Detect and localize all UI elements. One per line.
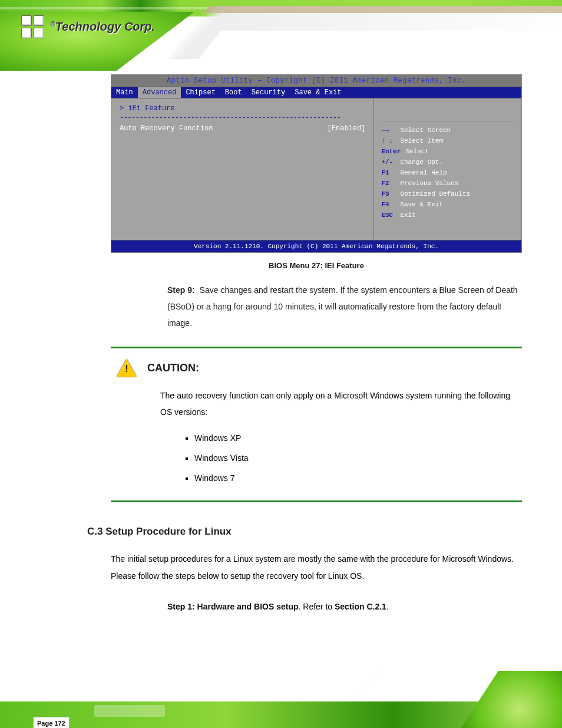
nav-key-ud: ↑ ↓ bbox=[381, 137, 395, 146]
nav-key-f3: F3 bbox=[381, 190, 395, 199]
step-mid: . Refer to bbox=[299, 602, 335, 611]
nav-desc: Save & Exit bbox=[400, 200, 443, 210]
step-end: . bbox=[386, 602, 389, 611]
nav-desc: Select bbox=[405, 147, 429, 157]
nav-key-lr: ←→ bbox=[381, 126, 395, 136]
bios-option-label: Auto Recovery Function bbox=[120, 124, 213, 133]
body-paragraph: The initial setup procedures for a Linux… bbox=[111, 551, 522, 584]
step-text: Save changes and restart the system. If … bbox=[167, 285, 518, 328]
bios-tab-main: Main bbox=[111, 87, 138, 98]
bios-divider: ----------------------------------------… bbox=[120, 114, 365, 122]
nav-key-f4: F4 bbox=[381, 200, 395, 210]
bios-tab-security: Security bbox=[247, 87, 290, 98]
os-item: Windows XP bbox=[194, 430, 510, 446]
bios-tabs: Main Advanced Chipset Boot Security Save… bbox=[111, 87, 521, 98]
nav-desc: Previous Values bbox=[400, 179, 458, 189]
os-item: Windows 7 bbox=[194, 470, 510, 486]
caution-label: CAUTION: bbox=[147, 362, 199, 374]
nav-desc: Select Item bbox=[400, 137, 443, 146]
nav-key-f1: F1 bbox=[381, 169, 395, 178]
bios-option-row: Auto Recovery Function [Enabled] bbox=[120, 124, 365, 133]
logo: ®Technology Corp. bbox=[21, 15, 155, 38]
os-list: Windows XP Windows Vista Windows 7 bbox=[194, 430, 510, 486]
bios-left-pane: > iEi Feature --------------------------… bbox=[111, 98, 374, 240]
caution-box: ! CAUTION: The auto recovery function ca… bbox=[111, 347, 522, 502]
step-1: Step 1: Hardware and BIOS setup. Refer t… bbox=[167, 598, 522, 615]
warning-icon: ! bbox=[117, 359, 137, 377]
step-ref: Section C.2.1 bbox=[335, 602, 386, 611]
os-item: Windows Vista bbox=[194, 450, 510, 466]
nav-key-pm: +/- bbox=[381, 158, 395, 167]
logo-text: ®Technology Corp. bbox=[50, 20, 155, 34]
bios-option-value: [Enabled] bbox=[328, 124, 366, 133]
footer-corner bbox=[456, 671, 562, 728]
logo-mark bbox=[21, 15, 44, 38]
nav-desc: Exit bbox=[400, 211, 415, 220]
bios-right-pane: ←→Select Screen ↑ ↓Select Item EnterSele… bbox=[374, 98, 521, 240]
nav-key-f2: F2 bbox=[381, 179, 395, 189]
nav-desc: Optimized Defaults bbox=[400, 190, 470, 199]
header-diagonal-2 bbox=[180, 31, 562, 71]
page-number: Page 172 bbox=[33, 717, 70, 728]
footer-banner: Page 172 bbox=[0, 665, 562, 728]
figure-caption: BIOS Menu 27: IEI Feature bbox=[111, 261, 522, 270]
step-bold: Hardware and BIOS setup bbox=[197, 602, 299, 611]
nav-desc: General Help bbox=[400, 169, 447, 178]
header-banner: ®Technology Corp. bbox=[0, 0, 562, 71]
bios-tab-chipset: Chipset bbox=[181, 87, 220, 98]
bios-title: Aptio Setup Utility – Copyright (C) 2011… bbox=[111, 75, 521, 87]
nav-key-enter: Enter bbox=[381, 147, 401, 157]
bios-screenshot: Aptio Setup Utility – Copyright (C) 2011… bbox=[111, 74, 522, 253]
nav-desc: Change Opt. bbox=[400, 158, 443, 167]
bios-tab-boot: Boot bbox=[220, 87, 247, 98]
bios-tab-advanced: Advanced bbox=[138, 87, 181, 98]
bios-feature-header: > iEi Feature bbox=[120, 104, 365, 113]
step-9: Step 9: Save changes and restart the sys… bbox=[167, 282, 522, 331]
nav-desc: Select Screen bbox=[400, 126, 451, 136]
caution-text: The auto recovery function can only appl… bbox=[160, 391, 510, 417]
step-number: Step 1: bbox=[167, 602, 195, 611]
bios-footer: Version 2.11.1210. Copyright (C) 2011 Am… bbox=[111, 240, 521, 252]
nav-key-esc: ESC bbox=[381, 211, 395, 220]
bios-nav-help: ←→Select Screen ↑ ↓Select Item EnterSele… bbox=[381, 121, 514, 220]
section-heading: C.3 Setup Procedure for Linux bbox=[87, 526, 522, 538]
step-number: Step 9: bbox=[167, 285, 195, 295]
bios-tab-save-exit: Save & Exit bbox=[290, 87, 346, 98]
